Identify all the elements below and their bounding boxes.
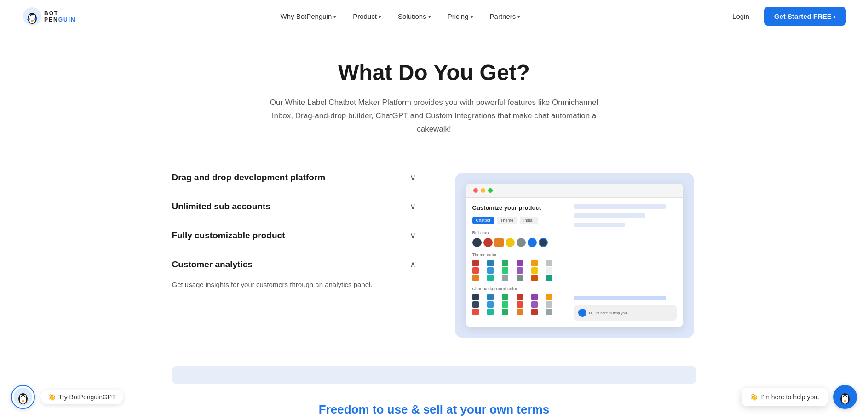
svg-point-24	[844, 400, 846, 402]
theme-color-cell[interactable]	[502, 275, 508, 281]
chat-bg-color-cell[interactable]	[531, 294, 538, 300]
nav-right: Login Get Started FREE ›	[725, 7, 846, 26]
chatbot-widget-left[interactable]: 👋 Try BotPenguinGPT	[11, 385, 123, 409]
chat-bg-color-cell[interactable]	[487, 301, 494, 308]
accordion-header-sub[interactable]: Unlimited sub accounts ∨	[172, 192, 416, 221]
chevron-up-icon: ∧	[410, 259, 416, 270]
accordion-header-customize[interactable]: Fully customizable product ∨	[172, 221, 416, 250]
nav-item-partners[interactable]: Partners ▾	[483, 9, 527, 24]
accordion-body-analytics: Get usage insights for your customers th…	[172, 279, 416, 300]
chat-bg-color-cell[interactable]	[502, 309, 508, 315]
chat-bubble: Hi, I'm here to help you.	[574, 305, 677, 321]
svg-point-23	[846, 396, 847, 397]
theme-color-cell[interactable]	[472, 260, 479, 266]
chat-popup: 👋 I'm here to help you.	[742, 388, 828, 406]
chat-bg-color-cell[interactable]	[546, 301, 552, 308]
theme-color-cell[interactable]	[531, 275, 538, 281]
screenshot-tab-theme[interactable]: Theme	[497, 217, 517, 224]
accordion-title-customize: Fully customizable product	[172, 230, 285, 241]
chat-bg-color-cell[interactable]	[531, 309, 538, 315]
theme-color-cell[interactable]	[502, 267, 508, 274]
chatbot-avatar-right[interactable]	[833, 385, 857, 409]
theme-color-cell[interactable]	[546, 275, 552, 281]
chat-bg-color-cell[interactable]	[502, 294, 508, 300]
nav-links: Why BotPenguin ▾ Product ▾ Solutions ▾ P…	[274, 9, 527, 24]
theme-color-cell[interactable]	[531, 260, 538, 266]
nav-item-pricing[interactable]: Pricing ▾	[441, 9, 480, 24]
sc-bar-2	[574, 213, 646, 218]
chat-bg-color-cell[interactable]	[487, 309, 494, 315]
screenshot-content: Customize your product Chatbot Theme Ins…	[466, 198, 683, 327]
chat-bg-color-cell[interactable]	[546, 294, 552, 300]
window-dot-green	[488, 188, 493, 193]
svg-point-7	[31, 20, 34, 22]
theme-color-cell[interactable]	[531, 267, 538, 274]
chat-bg-color-cell[interactable]	[546, 309, 552, 315]
theme-color-cell[interactable]	[472, 275, 479, 281]
accordion-header-drag[interactable]: Drag and drop development platform ∨	[172, 163, 416, 192]
avatar-1	[472, 238, 482, 247]
screenshot-tab-chatbot[interactable]: Chatbot	[472, 217, 494, 224]
chatbot-penguin-icon-right	[835, 387, 855, 407]
theme-color-cell[interactable]	[517, 275, 523, 281]
chat-bg-color-cell[interactable]	[472, 309, 479, 315]
screenshot-panel-title: Customize your product	[472, 204, 560, 211]
chevron-down-icon: ▾	[333, 14, 336, 20]
screenshot-tab-install[interactable]: Install	[520, 217, 538, 224]
nav-label-pricing: Pricing	[448, 12, 469, 20]
theme-color-cell[interactable]	[546, 260, 552, 266]
accordion-header-analytics[interactable]: Customer analytics ∧	[172, 250, 416, 279]
theme-color-cell[interactable]	[487, 275, 494, 281]
svg-point-5	[30, 15, 31, 16]
login-button[interactable]: Login	[725, 9, 757, 24]
nav-item-product[interactable]: Product ▾	[346, 9, 388, 24]
get-started-button[interactable]: Get Started FREE ›	[764, 7, 846, 26]
accordion-title-drag: Drag and drop development platform	[172, 173, 326, 183]
chatbot-emoji-right: 👋	[750, 393, 758, 401]
svg-point-16	[24, 396, 25, 397]
accordion-title-analytics: Customer analytics	[172, 259, 253, 270]
nav-item-why[interactable]: Why BotPenguin ▾	[274, 9, 343, 24]
theme-color-cell[interactable]	[502, 260, 508, 266]
chat-bg-color-cell[interactable]	[502, 301, 508, 308]
chatbot-text-left: Try BotPenguinGPT	[58, 393, 116, 401]
image-column: Customize your product Chatbot Theme Ins…	[453, 163, 696, 338]
chatbot-avatar-left[interactable]	[11, 385, 35, 409]
theme-color-cell[interactable]	[487, 267, 494, 274]
avatar-selected	[539, 238, 548, 247]
accordion-item-sub: Unlimited sub accounts ∨	[172, 192, 416, 221]
chevron-down-icon: ∨	[410, 230, 416, 241]
chatbot-widget-right[interactable]: 👋 I'm here to help you.	[742, 385, 857, 409]
chat-avatar	[578, 309, 586, 317]
nav-label-partners: Partners	[490, 12, 516, 20]
theme-color-cell[interactable]	[472, 267, 479, 274]
chat-bg-color-cell[interactable]	[531, 301, 538, 308]
theme-color-cell[interactable]	[517, 260, 523, 266]
chat-bg-color-cell[interactable]	[517, 309, 523, 315]
chat-bg-color-cell[interactable]	[517, 301, 523, 308]
window-dot-yellow	[481, 188, 485, 193]
bottom-hint-highlight: your own terms	[460, 403, 550, 416]
theme-color-cell[interactable]	[546, 267, 552, 274]
avatar-4	[506, 238, 515, 247]
theme-color-cell[interactable]	[487, 260, 494, 266]
chat-bg-color-cell[interactable]	[472, 294, 479, 300]
theme-color-cell[interactable]	[517, 267, 523, 274]
chatbot-penguin-icon-left	[13, 387, 33, 407]
chat-bg-color-cell[interactable]	[517, 294, 523, 300]
chat-bg-color-cell[interactable]	[487, 294, 494, 300]
chat-bg-color-cell[interactable]	[472, 301, 479, 308]
chatbot-label-left[interactable]: 👋 Try BotPenguinGPT	[40, 390, 123, 404]
bottom-heading: Freedom to use & sell at your own terms	[0, 384, 868, 420]
hero-description: Our White Label Chatbot Maker Platform p…	[262, 96, 607, 136]
two-column-section: Drag and drop development platform ∨ Unl…	[135, 163, 733, 338]
chat-bubble-text: Hi, I'm here to help you.	[589, 311, 628, 315]
screenshot-top-bar	[466, 184, 683, 198]
nav-item-solutions[interactable]: Solutions ▾	[391, 9, 437, 24]
chevron-down-icon: ▾	[517, 14, 520, 20]
bottom-section	[135, 366, 733, 384]
screenshot-left-panel: Customize your product Chatbot Theme Ins…	[466, 198, 567, 327]
hero-section: What Do You Get? Our White Label Chatbot…	[227, 61, 641, 163]
screenshot-wrapper: Customize your product Chatbot Theme Ins…	[455, 173, 694, 338]
logo[interactable]: BOT PENGUIN	[22, 6, 76, 27]
